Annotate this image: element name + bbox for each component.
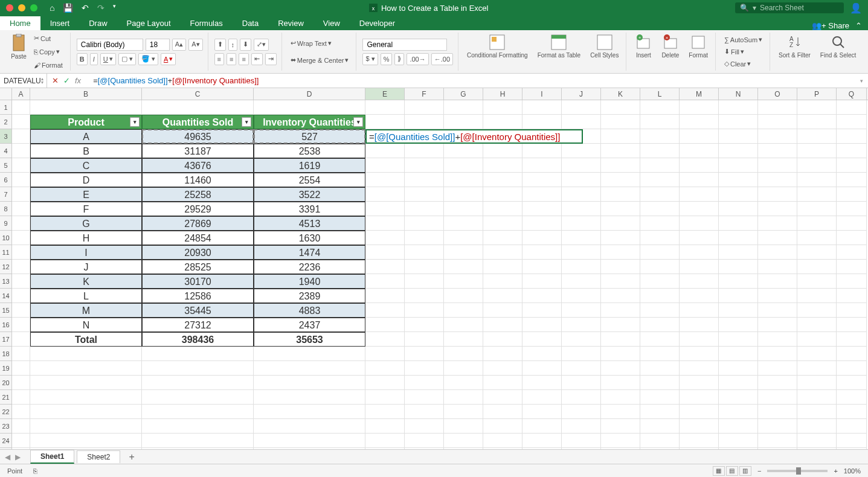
cell-B19[interactable]: [30, 361, 142, 376]
filter-dropdown-icon[interactable]: ▾: [242, 117, 251, 127]
align-top-button[interactable]: ⬆: [214, 39, 226, 51]
cell-A19[interactable]: [12, 361, 30, 376]
cell-F15[interactable]: [405, 303, 444, 318]
cell-A24[interactable]: [12, 434, 30, 448]
cell-P14[interactable]: [797, 289, 837, 303]
cell-Q24[interactable]: [837, 434, 867, 448]
cell-C17[interactable]: 398436: [142, 332, 254, 347]
cell-A4[interactable]: [12, 144, 30, 158]
cell-P21[interactable]: [797, 390, 837, 405]
cell-F5[interactable]: [405, 158, 444, 173]
cell-M1[interactable]: [680, 100, 719, 115]
cell-Q9[interactable]: [837, 216, 867, 231]
cell-L13[interactable]: [640, 274, 680, 289]
cell-N18[interactable]: [719, 347, 758, 361]
cell-H5[interactable]: [483, 158, 522, 173]
cell-I14[interactable]: [522, 289, 562, 303]
cell-C8[interactable]: 29529: [142, 202, 254, 216]
cell-N6[interactable]: [719, 173, 758, 187]
cell-E24[interactable]: [365, 434, 405, 448]
cell-B1[interactable]: [30, 100, 142, 115]
cell-Q15[interactable]: [837, 303, 867, 318]
cancel-formula-icon[interactable]: ✕: [52, 76, 59, 85]
cell-K5[interactable]: [601, 158, 640, 173]
row-header-9[interactable]: 9: [0, 216, 11, 231]
cell-N4[interactable]: [719, 144, 758, 158]
cell-O8[interactable]: [758, 202, 797, 216]
cell-H12[interactable]: [483, 260, 522, 274]
increase-indent-button[interactable]: ⇥: [265, 53, 277, 65]
cell-E6[interactable]: [365, 173, 405, 187]
cell-C19[interactable]: [142, 361, 254, 376]
cell-M2[interactable]: [680, 115, 719, 129]
cell-D10[interactable]: 1630: [254, 231, 365, 245]
cell-H9[interactable]: [483, 216, 522, 231]
add-sheet-button[interactable]: +: [123, 452, 140, 463]
cell-D22[interactable]: [254, 405, 365, 419]
cell-D21[interactable]: [254, 390, 365, 405]
cell-A20[interactable]: [12, 376, 30, 390]
formula-input[interactable]: =[@[Quantities Sold]]+[@[Inventory Quant…: [89, 76, 855, 85]
cell-D2[interactable]: Inventory Quantities▾: [254, 115, 365, 129]
cell-E8[interactable]: [365, 202, 405, 216]
cell-M16[interactable]: [680, 318, 719, 332]
cell-C21[interactable]: [142, 390, 254, 405]
cell-O1[interactable]: [758, 100, 797, 115]
cell-G2[interactable]: [444, 115, 483, 129]
normal-view-icon[interactable]: ▦: [713, 466, 725, 476]
cell-A22[interactable]: [12, 405, 30, 419]
cell-A8[interactable]: [12, 202, 30, 216]
cell-H22[interactable]: [483, 405, 522, 419]
underline-button[interactable]: U ▾: [100, 53, 116, 65]
cell-M9[interactable]: [680, 216, 719, 231]
cell-M12[interactable]: [680, 260, 719, 274]
cell-H2[interactable]: [483, 115, 522, 129]
cell-N15[interactable]: [719, 303, 758, 318]
cell-O4[interactable]: [758, 144, 797, 158]
tab-developer[interactable]: Developer: [350, 16, 405, 30]
paste-button[interactable]: Paste: [8, 33, 29, 71]
sort-filter-button[interactable]: AZ Sort & Filter: [776, 33, 813, 71]
cell-K20[interactable]: [601, 376, 640, 390]
cell-H14[interactable]: [483, 289, 522, 303]
tab-review[interactable]: Review: [268, 16, 313, 30]
cell-Q10[interactable]: [837, 231, 867, 245]
tab-draw[interactable]: Draw: [79, 16, 117, 30]
cell-O2[interactable]: [758, 115, 797, 129]
column-header-G[interactable]: G: [444, 88, 483, 100]
cell-O18[interactable]: [758, 347, 797, 361]
cell-K4[interactable]: [601, 144, 640, 158]
row-header-14[interactable]: 14: [0, 289, 11, 303]
cell-E4[interactable]: [365, 144, 405, 158]
cell-N1[interactable]: [719, 100, 758, 115]
format-cells-button[interactable]: Format: [686, 33, 710, 71]
cell-A3[interactable]: [12, 129, 30, 144]
cell-B20[interactable]: [30, 376, 142, 390]
cell-N17[interactable]: [719, 332, 758, 347]
autosum-button[interactable]: ∑ AutoSum ▾: [722, 34, 765, 46]
cell-M10[interactable]: [680, 231, 719, 245]
cell-D5[interactable]: 1619: [254, 158, 365, 173]
cell-N22[interactable]: [719, 405, 758, 419]
align-right-button[interactable]: ≡: [239, 53, 248, 65]
cell-N9[interactable]: [719, 216, 758, 231]
cell-P22[interactable]: [797, 405, 837, 419]
spreadsheet-grid[interactable]: ABCDEFGHIJKLMNOPQ 1234567891011121314151…: [0, 88, 868, 449]
cell-E10[interactable]: [365, 231, 405, 245]
cell-O16[interactable]: [758, 318, 797, 332]
cell-O24[interactable]: [758, 434, 797, 448]
font-size-input[interactable]: [146, 39, 170, 51]
cell-H18[interactable]: [483, 347, 522, 361]
cell-D13[interactable]: 1940: [254, 274, 365, 289]
cell-P15[interactable]: [797, 303, 837, 318]
cell-Q3[interactable]: [837, 129, 867, 144]
cell-M13[interactable]: [680, 274, 719, 289]
cell-E18[interactable]: [365, 347, 405, 361]
cell-L19[interactable]: [640, 361, 680, 376]
cell-D23[interactable]: [254, 419, 365, 434]
cell-P6[interactable]: [797, 173, 837, 187]
cell-P20[interactable]: [797, 376, 837, 390]
cell-K13[interactable]: [601, 274, 640, 289]
cell-L21[interactable]: [640, 390, 680, 405]
row-header-6[interactable]: 6: [0, 173, 11, 187]
